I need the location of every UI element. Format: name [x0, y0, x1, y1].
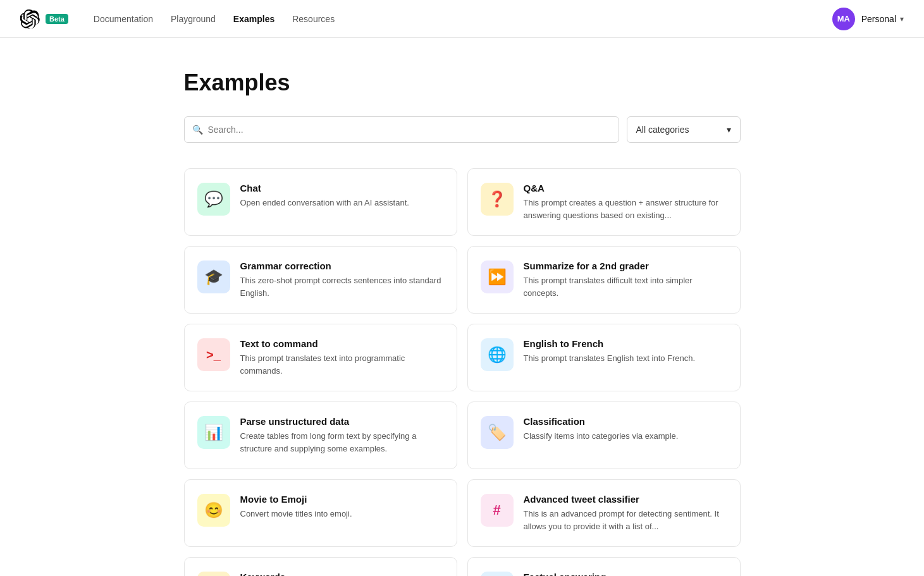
- card-classification[interactable]: 🏷️ Classification Classify items into ca…: [467, 401, 741, 469]
- card-body: Chat Open ended conversation with an AI …: [240, 183, 444, 209]
- card-keywords[interactable]: 🔑 Keywords Extract keywords from a block…: [184, 557, 457, 576]
- card-parse-unstructured-data[interactable]: 📊 Parse unstructured data Create tables …: [184, 401, 457, 469]
- card-icon: >_: [197, 338, 230, 371]
- card-description: Create tables from long form text by spe…: [240, 430, 444, 455]
- navbar: Beta Documentation Playground Examples R…: [0, 0, 924, 38]
- search-row: 🔍 All categories ▾: [184, 116, 741, 143]
- card-icon: ❓: [481, 572, 514, 576]
- page-title: Examples: [184, 70, 741, 96]
- card-icon: 🏷️: [481, 416, 514, 449]
- card-title: Parse unstructured data: [240, 416, 444, 427]
- search-input[interactable]: [208, 125, 611, 135]
- card-icon: 📊: [197, 416, 230, 449]
- card-body: Grammar correction This zero-shot prompt…: [240, 260, 444, 299]
- card-qa[interactable]: ❓ Q&A This prompt creates a question + a…: [467, 168, 741, 236]
- card-icon: ❓: [481, 183, 514, 216]
- nav-documentation[interactable]: Documentation: [94, 14, 153, 24]
- category-filter-label: All categories: [636, 125, 689, 135]
- card-body: Movie to Emoji Convert movie titles into…: [240, 494, 444, 520]
- card-title: Advanced tweet classifier: [524, 494, 727, 505]
- account-label: Personal: [861, 14, 896, 24]
- openai-logo-icon: [20, 9, 40, 29]
- card-summarize-2nd-grader[interactable]: ⏩ Summarize for a 2nd grader This prompt…: [467, 246, 741, 314]
- card-icon: ⏩: [481, 260, 514, 293]
- card-title: Keywords: [240, 572, 444, 576]
- nav-examples[interactable]: Examples: [233, 14, 274, 24]
- card-description: Classify items into categories via examp…: [524, 430, 727, 443]
- category-filter[interactable]: All categories ▾: [627, 116, 741, 143]
- card-body: Keywords Extract keywords from a block o…: [240, 572, 444, 576]
- card-english-to-french[interactable]: 🌐 English to French This prompt translat…: [467, 324, 741, 391]
- card-description: Convert movie titles into emoji.: [240, 508, 444, 520]
- card-factual-answering[interactable]: ❓ Factual answering This prompt helps gu…: [467, 557, 741, 576]
- card-title: English to French: [524, 338, 727, 349]
- card-title: Q&A: [524, 183, 727, 193]
- chevron-down-icon: ▾: [727, 125, 731, 135]
- card-body: Text to command This prompt translates t…: [240, 338, 444, 377]
- search-icon: 🔍: [192, 125, 203, 135]
- examples-grid: 💬 Chat Open ended conversation with an A…: [184, 168, 741, 576]
- card-icon: 🔑: [197, 572, 230, 576]
- card-body: Advanced tweet classifier This is an adv…: [524, 494, 727, 532]
- card-icon: 💬: [197, 183, 230, 216]
- card-description: Open ended conversation with an AI assis…: [240, 197, 444, 209]
- card-body: Parse unstructured data Create tables fr…: [240, 416, 444, 455]
- card-title: Classification: [524, 416, 727, 427]
- card-description: This is an advanced prompt for detecting…: [524, 508, 727, 532]
- chevron-down-icon: ▾: [900, 15, 904, 23]
- card-title: Text to command: [240, 338, 444, 349]
- card-body: Q&A This prompt creates a question + ans…: [524, 183, 727, 221]
- card-icon: #: [481, 494, 514, 527]
- card-advanced-tweet-classifier[interactable]: # Advanced tweet classifier This is an a…: [467, 479, 741, 547]
- avatar: MA: [832, 8, 855, 30]
- nav-right: MA Personal ▾: [832, 8, 904, 30]
- nav-links: Documentation Playground Examples Resour…: [94, 14, 832, 24]
- main-content: Examples 🔍 All categories ▾ 💬 Chat Open …: [171, 38, 753, 576]
- card-title: Summarize for a 2nd grader: [524, 260, 727, 271]
- card-movie-to-emoji[interactable]: 😊 Movie to Emoji Convert movie titles in…: [184, 479, 457, 547]
- card-title: Chat: [240, 183, 444, 193]
- card-body: Summarize for a 2nd grader This prompt t…: [524, 260, 727, 299]
- card-title: Movie to Emoji: [240, 494, 444, 505]
- card-body: Factual answering This prompt helps guid…: [524, 572, 727, 576]
- card-icon: 🌐: [481, 338, 514, 371]
- logo[interactable]: Beta: [20, 9, 68, 29]
- card-chat[interactable]: 💬 Chat Open ended conversation with an A…: [184, 168, 457, 236]
- card-description: This zero-shot prompt corrects sentences…: [240, 274, 444, 299]
- card-text-to-command[interactable]: >_ Text to command This prompt translate…: [184, 324, 457, 391]
- card-body: Classification Classify items into categ…: [524, 416, 727, 443]
- card-body: English to French This prompt translates…: [524, 338, 727, 365]
- card-title: Grammar correction: [240, 260, 444, 271]
- card-description: This prompt translates difficult text in…: [524, 274, 727, 299]
- card-title: Factual answering: [524, 572, 727, 576]
- nav-playground[interactable]: Playground: [171, 14, 216, 24]
- card-grammar-correction[interactable]: 🎓 Grammar correction This zero-shot prom…: [184, 246, 457, 314]
- card-icon: 🎓: [197, 260, 230, 293]
- card-description: This prompt translates English text into…: [524, 352, 727, 365]
- card-description: This prompt translates text into program…: [240, 352, 444, 377]
- nav-resources[interactable]: Resources: [292, 14, 335, 24]
- account-menu[interactable]: Personal ▾: [861, 14, 904, 24]
- card-icon: 😊: [197, 494, 230, 527]
- card-description: This prompt creates a question + answer …: [524, 197, 727, 221]
- beta-badge: Beta: [46, 14, 68, 24]
- search-wrapper: 🔍: [184, 116, 619, 143]
